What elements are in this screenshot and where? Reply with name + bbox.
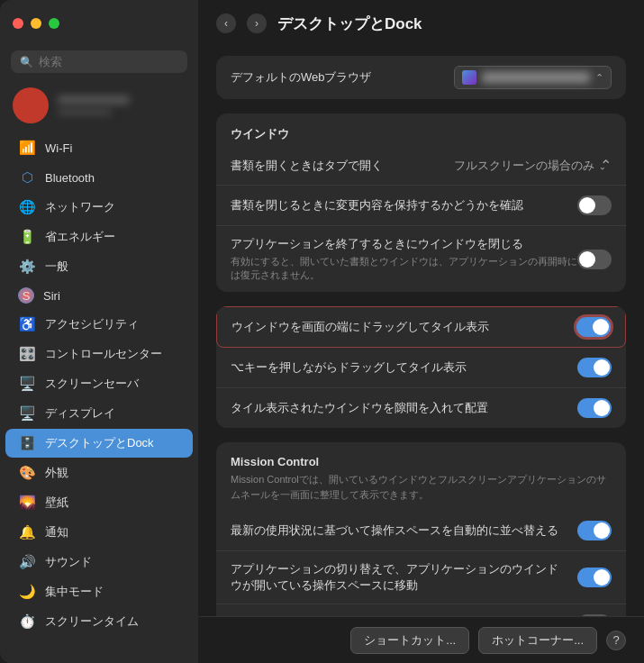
confirm-on-close-row: 書類を閉じるときに変更内容を保持するかどうかを確認 [216, 186, 626, 226]
sidebar-item-notifications[interactable]: 🔔 通知 [5, 518, 193, 547]
sidebar-item-label: 省エネルギー [45, 229, 115, 245]
sidebar-item-sound[interactable]: 🔊 サウンド [5, 548, 193, 577]
sidebar-item-control-center[interactable]: 🎛️ コントロールセンター [5, 340, 193, 368]
minimize-button[interactable] [31, 18, 41, 29]
sidebar-item-label: 外観 [45, 465, 68, 481]
default-browser-card: デフォルトのWebブラウザ ⌃ [216, 56, 626, 99]
sidebar-item-label: 集中モード [45, 584, 104, 600]
browser-selector[interactable]: ⌃ [454, 66, 612, 89]
energy-icon: 🔋 [18, 228, 36, 246]
sound-icon: 🔊 [18, 553, 36, 571]
mission-control-card: Mission Control Mission Controlでは、開いているウ… [216, 442, 626, 616]
sidebar-item-label: ネットワーク [45, 199, 115, 215]
focus-icon: 🌙 [18, 583, 36, 601]
hot-corners-button[interactable]: ホットコーナー... [478, 627, 597, 654]
sidebar-item-wallpaper[interactable]: 🌄 壁紙 [5, 488, 193, 517]
close-on-quit-toggle[interactable] [577, 250, 612, 269]
wifi-icon: 📶 [18, 139, 36, 157]
close-on-quit-row: アプリケーションを終了するときにウインドウを閉じる 有効にすると、開いていた書類… [216, 226, 626, 292]
tiled-with-gap-text: タイル表示されたウインドウを隙間を入れて配置 [231, 400, 577, 416]
confirm-on-close-text: 書類を閉じるときに変更内容を保持するかどうかを確認 [231, 197, 577, 213]
auto-rearrange-toggle[interactable] [577, 521, 612, 540]
sidebar-item-label: 一般 [45, 259, 68, 275]
auto-rearrange-label: 最新の使用状況に基づいて操作スペースを自動的に並べ替える [231, 522, 577, 539]
sidebar-item-displays[interactable]: 🖥️ ディスプレイ [5, 399, 193, 428]
close-on-quit-sublabel: 有効にすると、開いていた書類とウインドウは、アプリケーションの再開時には復元され… [231, 255, 577, 282]
page-title: デスクトップとDock [277, 14, 422, 34]
help-button[interactable]: ? [606, 631, 626, 650]
drag-to-edge-row: ウインドウを画面の端にドラッグしてタイル表示 [216, 306, 626, 348]
drag-to-edge-label: ウインドウを画面の端にドラッグしてタイル表示 [231, 319, 576, 335]
windows-card: ウインドウ 書類を開くときはタブで開く フルスクリーンの場合のみ ⌃ 書類を閉じ… [216, 114, 626, 292]
switch-to-space-toggle[interactable] [577, 568, 612, 587]
shortcuts-button[interactable]: ショートカット... [350, 627, 469, 654]
drag-with-key-label: ⌥キーを押しながらドラッグしてタイル表示 [231, 359, 577, 376]
sidebar-item-wifi[interactable]: 📶 Wi-Fi [5, 133, 193, 162]
sidebar-item-network[interactable]: 🌐 ネットワーク [5, 193, 193, 222]
screen-time-icon: ⏱️ [18, 613, 36, 631]
main-titlebar: ‹ › デスクトップとDock [198, 0, 644, 47]
tiled-with-gap-toggle[interactable] [577, 398, 612, 418]
tiling-card: ウインドウを画面の端にドラッグしてタイル表示 ⌥キーを押しながらドラッグしてタイ… [216, 306, 626, 428]
sidebar-item-label: スクリーンセーバ [45, 376, 139, 392]
switch-to-space-text: アプリケーションの切り替えで、アプリケーションのウインドウが開いている操作スペー… [231, 561, 577, 594]
titlebar [0, 0, 198, 47]
search-input[interactable] [39, 55, 178, 68]
browser-name [482, 72, 590, 83]
sidebar-item-label: スクリーンタイム [45, 613, 139, 630]
sidebar-item-bluetooth[interactable]: ⬡ Bluetooth [5, 163, 193, 192]
bottom-bar: ショートカット... ホットコーナー... ? [198, 616, 644, 663]
nav-back-button[interactable]: ‹ [216, 14, 236, 33]
open-in-tabs-select-wrapper[interactable]: ⌃ [600, 157, 612, 174]
sidebar-item-label: アクセシビリティ [45, 316, 139, 332]
close-on-quit-text: アプリケーションを終了するときにウインドウを閉じる 有効にすると、開いていた書類… [231, 236, 577, 282]
close-on-quit-label: アプリケーションを終了するときにウインドウを閉じる [231, 236, 577, 252]
sidebar-item-focus[interactable]: 🌙 集中モード [5, 577, 193, 606]
open-in-tabs-value: フルスクリーンの場合のみ [454, 158, 594, 174]
sidebar-item-desktop-dock[interactable]: 🗄️ デスクトップとDock [5, 429, 193, 458]
tiled-with-gap-label: タイル表示されたウインドウを隙間を入れて配置 [231, 400, 577, 416]
search-bar[interactable]: 🔍 [11, 50, 187, 73]
drag-with-key-text: ⌥キーを押しながらドラッグしてタイル表示 [231, 359, 577, 376]
confirm-on-close-toggle[interactable] [577, 195, 612, 215]
sidebar-item-label: サウンド [45, 554, 92, 570]
sidebar-item-label: Bluetooth [45, 171, 95, 185]
mission-control-subtext: Mission Controlでは、開いているウインドウとフルスクリーンアプリケ… [216, 472, 626, 511]
profile-name-line2 [58, 108, 112, 115]
sidebar-item-appearance[interactable]: 🎨 外観 [5, 459, 193, 487]
bluetooth-icon: ⬡ [18, 168, 36, 186]
sidebar-item-label: コントロールセンター [45, 346, 162, 362]
sidebar-item-general[interactable]: ⚙️ 一般 [5, 252, 193, 281]
siri-icon: S [18, 287, 34, 304]
sidebar-item-screen-time[interactable]: ⏱️ スクリーンタイム [5, 607, 193, 636]
nav-forward-button[interactable]: › [247, 14, 267, 33]
browser-icon [462, 70, 476, 85]
sidebar-item-energy[interactable]: 🔋 省エネルギー [5, 223, 193, 251]
general-icon: ⚙️ [18, 258, 36, 276]
sidebar-item-siri[interactable]: S Siri [5, 282, 193, 309]
open-in-tabs-row: 書類を開くときはタブで開く フルスクリーンの場合のみ ⌃ [216, 146, 626, 186]
drag-to-edge-toggle[interactable] [576, 317, 611, 337]
group-by-app-toggle[interactable] [577, 614, 612, 616]
sidebar-item-screen-saver[interactable]: 🖥️ スクリーンセーバ [5, 369, 193, 398]
sidebar-item-accessibility[interactable]: ♿ アクセシビリティ [5, 310, 193, 339]
browser-chevron-icon: ⌃ [595, 72, 603, 84]
drag-with-key-toggle[interactable] [577, 358, 612, 377]
auto-rearrange-text: 最新の使用状況に基づいて操作スペースを自動的に並べ替える [231, 522, 577, 539]
notifications-icon: 🔔 [18, 523, 36, 541]
drag-to-edge-text: ウインドウを画面の端にドラッグしてタイル表示 [231, 319, 576, 335]
default-browser-label: デフォルトのWebブラウザ [231, 69, 454, 86]
sidebar-item-label: Siri [43, 289, 60, 303]
sidebar-item-label: デスクトップとDock [45, 435, 154, 451]
desktop-dock-icon: 🗄️ [18, 434, 36, 452]
close-button[interactable] [13, 18, 23, 29]
sidebar-item-label: ディスプレイ [45, 405, 115, 422]
sidebar-list: 📶 Wi-Fi ⬡ Bluetooth 🌐 ネットワーク 🔋 省エネルギー ⚙️… [0, 132, 198, 663]
tiled-with-gap-row: タイル表示されたウインドウを隙間を入れて配置 [216, 388, 626, 428]
fullscreen-button[interactable] [49, 18, 59, 29]
windows-section-header: ウインドウ [216, 114, 626, 146]
sidebar-item-label: 通知 [45, 524, 68, 540]
search-icon: 🔍 [20, 56, 33, 68]
displays-icon: 🖥️ [18, 404, 36, 422]
wallpaper-icon: 🌄 [18, 494, 36, 512]
